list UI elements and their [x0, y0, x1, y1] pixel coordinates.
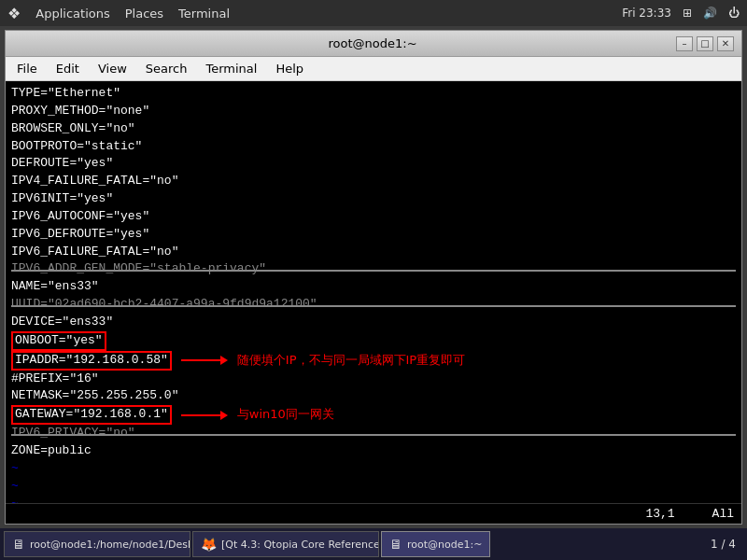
line-netmask: NETMASK="255.255.255.0" [11, 387, 736, 405]
line-gateway: GATEWAY="192.168.0.1" 与win10同一网关 [11, 405, 736, 425]
svg-marker-1 [220, 356, 228, 365]
menu-edit[interactable]: Edit [49, 60, 87, 77]
taskbar-label-1: root@node1:/home/node1/Desk... [30, 539, 190, 551]
taskbar-page-info: 1 / 4 [711, 538, 743, 551]
restore-button[interactable]: □ [697, 36, 713, 51]
line-prefix: #PREFIX="16" [11, 371, 736, 388]
ipaddr-highlight: IPADDR="192.168.0.58" [11, 351, 172, 371]
ipaddr-annotation: 随便填个IP，不与同一局域网下IP重复即可 [237, 352, 465, 370]
status-bar: 13,1 All [6, 503, 741, 524]
close-button[interactable]: ✕ [717, 36, 734, 51]
arrow-icon-2 [181, 407, 228, 424]
line-7: IPV6INIT="yes" [11, 190, 736, 208]
tilde-3: ~ [11, 496, 736, 503]
taskbar-icon-3: 🖥 [389, 537, 402, 552]
line-14: DEVICE="ens33" [11, 314, 736, 331]
svg-marker-3 [220, 411, 228, 420]
volume-icon: 🔊 [703, 7, 717, 20]
terminal-content[interactable]: TYPE="Ethernet" PROXY_METHOD="none" BROW… [6, 81, 741, 503]
menu-help[interactable]: Help [268, 60, 311, 77]
line-zone: ZONE=public [11, 442, 736, 460]
cursor-position: 13,1 [645, 507, 674, 521]
minimize-button[interactable]: – [676, 36, 693, 51]
line-13: UUID="02ad690-bcb2-4407-a99a-9fd9d9a1210… [11, 296, 736, 314]
title-bar: root@node1:~ – □ ✕ [6, 31, 741, 57]
menu-terminal[interactable]: Terminal [198, 60, 264, 77]
line-6: IPV4_FAILURE_FATAL="no" [11, 173, 736, 190]
tilde-1: ~ [11, 460, 736, 478]
taskbar-label-2: [Qt 4.3: Qtopia Core Reference D... [221, 539, 379, 551]
line-15: ONBOOT="yes" [11, 331, 736, 351]
clock: Fri 23:33 [622, 7, 671, 20]
applications-menu[interactable]: Applications [35, 7, 109, 21]
power-icon[interactable]: ⏻ [728, 7, 740, 20]
line-11: IPV6_ADDR_GEN_MODE="stable-privacy" [11, 260, 736, 278]
tilde-2: ~ [11, 478, 736, 496]
gateway-highlight: GATEWAY="192.168.0.1" [11, 405, 172, 425]
taskbar-item-1[interactable]: 🖥 root@node1:/home/node1/Desk... [4, 531, 190, 557]
taskbar: 🖥 root@node1:/home/node1/Desk... 🦊 [Qt 4… [0, 528, 747, 560]
menu-view[interactable]: View [91, 60, 134, 77]
view-mode: All [712, 507, 734, 521]
system-bar-left: ❖ Applications Places Terminal [7, 5, 230, 22]
window-controls: – □ ✕ [676, 36, 734, 51]
taskbar-icon-1: 🖥 [12, 537, 25, 552]
places-menu[interactable]: Places [125, 7, 163, 21]
onboot-highlight: ONBOOT="yes" [11, 331, 106, 351]
line-ipv6privacy: IPV6_PRIVACY="no" [11, 425, 736, 442]
line-ipaddr: IPADDR="192.168.0.58" 随便填个IP，不与同一局域网下IP重… [11, 351, 736, 371]
taskbar-item-2[interactable]: 🦊 [Qt 4.3: Qtopia Core Reference D... [192, 531, 379, 557]
menu-file[interactable]: File [9, 60, 45, 77]
line-12: NAME="ens33" [11, 278, 736, 296]
network-icon: ⊞ [683, 7, 692, 20]
system-bar-right: Fri 23:33 ⊞ 🔊 ⏻ [622, 7, 740, 20]
line-3: BROWSER_ONLY="no" [11, 120, 736, 138]
line-10: IPV6_FAILURE_FATAL="no" [11, 244, 736, 261]
menu-search[interactable]: Search [138, 60, 195, 77]
line-2: PROXY_METHOD="none" [11, 103, 736, 120]
terminal-window: root@node1:~ – □ ✕ File Edit View Search… [5, 30, 742, 525]
line-9: IPV6_DEFROUTE="yes" [11, 226, 736, 244]
line-4: BOOTPROTO="static" [11, 138, 736, 156]
system-bar: ❖ Applications Places Terminal Fri 23:33… [0, 0, 747, 26]
arrow-icon-1 [181, 352, 228, 369]
terminal-menu[interactable]: Terminal [178, 7, 230, 21]
line-5: DEFROUTE="yes" [11, 155, 736, 173]
gateway-annotation: 与win10同一网关 [237, 406, 334, 424]
line-8: IPV6_AUTOCONF="yes" [11, 208, 736, 226]
line-1: TYPE="Ethernet" [11, 85, 736, 103]
taskbar-icon-2: 🦊 [201, 537, 217, 552]
menu-bar: File Edit View Search Terminal Help [6, 57, 741, 81]
system-logo: ❖ [7, 5, 21, 22]
window-title: root@node1:~ [69, 36, 676, 50]
taskbar-label-3: root@node1:~ [407, 539, 482, 551]
taskbar-item-3[interactable]: 🖥 root@node1:~ [381, 531, 490, 557]
